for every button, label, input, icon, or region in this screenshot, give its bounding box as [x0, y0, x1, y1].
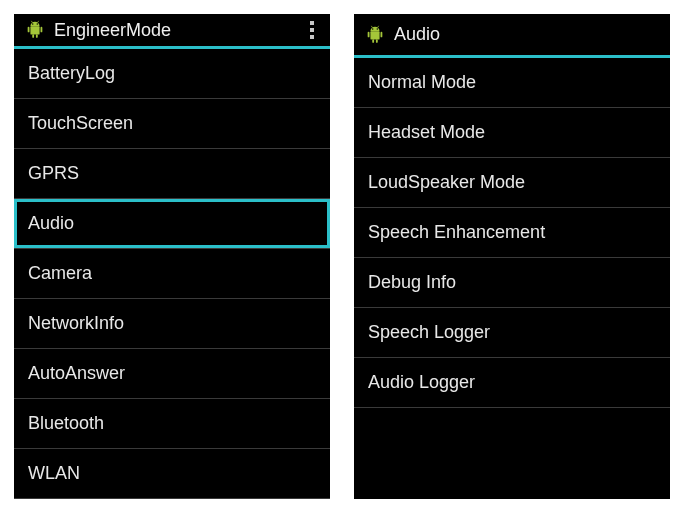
svg-line-4: [38, 21, 39, 23]
list-item[interactable]: Speech Logger: [354, 308, 670, 358]
svg-point-10: [372, 28, 373, 29]
titlebar: Audio: [354, 14, 670, 58]
page-title: EngineerMode: [54, 20, 171, 41]
audio-list: Normal ModeHeadset ModeLoudSpeaker ModeS…: [354, 58, 670, 499]
svg-point-1: [32, 23, 33, 24]
list-item[interactable]: NetworkInfo: [14, 299, 330, 349]
list-item[interactable]: TouchScreen: [14, 99, 330, 149]
list-item[interactable]: WLAN: [14, 449, 330, 499]
svg-line-3: [31, 21, 32, 23]
engineermode-screen: EngineerMode BatteryLogTouchScreenGPRSAu…: [14, 14, 330, 499]
svg-line-13: [378, 25, 379, 27]
svg-rect-9: [370, 31, 379, 39]
svg-rect-0: [30, 26, 39, 34]
android-icon: [24, 19, 46, 41]
svg-rect-16: [372, 39, 374, 43]
svg-rect-15: [381, 31, 383, 37]
overflow-menu-button[interactable]: [304, 15, 320, 45]
list-item[interactable]: AutoAnswer: [14, 349, 330, 399]
list-item[interactable]: Audio: [14, 199, 330, 249]
list-item[interactable]: Headset Mode: [354, 108, 670, 158]
list-item[interactable]: Audio Logger: [354, 358, 670, 408]
list-item[interactable]: Speech Enhancement: [354, 208, 670, 258]
engineermode-list: BatteryLogTouchScreenGPRSAudioCameraNetw…: [14, 49, 330, 499]
list-item[interactable]: Camera: [14, 249, 330, 299]
list-item[interactable]: Normal Mode: [354, 58, 670, 108]
svg-point-2: [37, 23, 38, 24]
svg-rect-14: [368, 31, 370, 37]
svg-point-11: [377, 28, 378, 29]
audio-screen: Audio Normal ModeHeadset ModeLoudSpeaker…: [354, 14, 670, 499]
svg-rect-17: [376, 39, 378, 43]
list-item[interactable]: BatteryLog: [14, 49, 330, 99]
list-item[interactable]: Bluetooth: [14, 399, 330, 449]
page-title: Audio: [394, 24, 440, 45]
titlebar: EngineerMode: [14, 14, 330, 49]
svg-line-12: [371, 25, 372, 27]
svg-rect-6: [41, 27, 43, 33]
svg-rect-5: [28, 27, 30, 33]
list-item[interactable]: LoudSpeaker Mode: [354, 158, 670, 208]
list-item[interactable]: GPRS: [14, 149, 330, 199]
android-icon: [364, 24, 386, 46]
list-item[interactable]: Debug Info: [354, 258, 670, 308]
svg-rect-7: [32, 34, 34, 38]
svg-rect-8: [36, 34, 38, 38]
